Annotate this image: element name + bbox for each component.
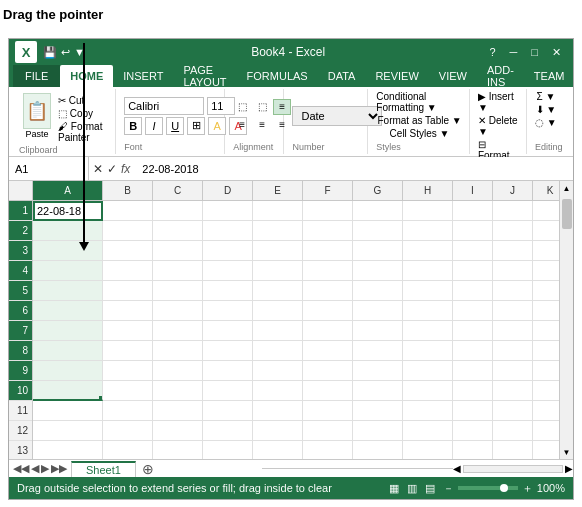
row-header-13[interactable]: 13 [9,441,32,459]
cell-reference-box[interactable]: A1 [9,157,89,180]
row-header-12[interactable]: 12 [9,421,32,441]
cell-b8[interactable] [103,341,153,361]
cell-f6[interactable] [303,301,353,321]
delete-button[interactable]: ✕ Delete ▼ [478,115,520,137]
cell-b11[interactable] [103,401,153,421]
cell-g8[interactable] [353,341,403,361]
cell-d13[interactable] [203,441,253,459]
tab-insert[interactable]: INSERT [113,65,173,87]
cell-g12[interactable] [353,421,403,441]
cell-i3[interactable] [453,241,493,261]
cell-f12[interactable] [303,421,353,441]
sheet-nav-next[interactable]: ▶ [41,462,49,475]
border-button[interactable]: ⊞ [187,117,205,135]
cell-k11[interactable] [533,401,559,421]
sheet-nav-first[interactable]: ◀◀ [13,462,29,475]
cell-c2[interactable] [153,221,203,241]
cell-i5[interactable] [453,281,493,301]
cell-i8[interactable] [453,341,493,361]
conditional-formatting-button[interactable]: Conditional Formatting ▼ [376,91,463,113]
cell-d3[interactable] [203,241,253,261]
cell-f10[interactable] [303,381,353,401]
cell-g13[interactable] [353,441,403,459]
scroll-thumb[interactable] [562,199,572,229]
formula-cancel-btn[interactable]: ✕ [93,162,103,176]
cell-f3[interactable] [303,241,353,261]
cell-styles-button[interactable]: Cell Styles ▼ [390,128,450,139]
cell-c10[interactable] [153,381,203,401]
col-header-d[interactable]: D [203,181,253,200]
cell-b6[interactable] [103,301,153,321]
cell-e7[interactable] [253,321,303,341]
cell-g4[interactable] [353,261,403,281]
col-header-g[interactable]: G [353,181,403,200]
cell-b2[interactable] [103,221,153,241]
cell-d11[interactable] [203,401,253,421]
minimize-btn[interactable]: ─ [504,44,524,61]
row-header-10[interactable]: 10 [9,381,32,401]
cell-d1[interactable] [203,201,253,221]
cell-d6[interactable] [203,301,253,321]
cell-f9[interactable] [303,361,353,381]
sign-in-link[interactable]: Sign in [574,59,582,87]
cell-c9[interactable] [153,361,203,381]
cell-k3[interactable] [533,241,559,261]
cell-e13[interactable] [253,441,303,459]
cell-c12[interactable] [153,421,203,441]
cell-h2[interactable] [403,221,453,241]
row-header-4[interactable]: 4 [9,261,32,281]
col-header-b[interactable]: B [103,181,153,200]
cell-k2[interactable] [533,221,559,241]
cell-g3[interactable] [353,241,403,261]
cell-d9[interactable] [203,361,253,381]
cell-k6[interactable] [533,301,559,321]
cell-g6[interactable] [353,301,403,321]
cell-f2[interactable] [303,221,353,241]
cell-d12[interactable] [203,421,253,441]
cell-h6[interactable] [403,301,453,321]
cell-e8[interactable] [253,341,303,361]
cell-d2[interactable] [203,221,253,241]
fill-color-button[interactable]: A [208,117,226,135]
cell-a4[interactable] [33,261,103,281]
align-left[interactable]: ≡ [233,117,251,133]
cell-b4[interactable] [103,261,153,281]
cell-j6[interactable] [493,301,533,321]
cell-g9[interactable] [353,361,403,381]
cell-k9[interactable] [533,361,559,381]
autosum-button[interactable]: Σ ▼ [536,91,555,102]
row-header-6[interactable]: 6 [9,301,32,321]
cell-b12[interactable] [103,421,153,441]
zoom-out-btn[interactable]: － [443,481,454,496]
sheet-nav-last[interactable]: ▶▶ [51,462,67,475]
formula-input[interactable]: 22-08-2018 [138,163,573,175]
scroll-up-btn[interactable]: ▲ [560,181,574,195]
paste-button[interactable]: 📋 Paste [19,91,55,141]
cell-k13[interactable] [533,441,559,459]
cell-h11[interactable] [403,401,453,421]
cell-b13[interactable] [103,441,153,459]
cell-d4[interactable] [203,261,253,281]
zoom-slider[interactable] [458,486,518,490]
insert-button[interactable]: ▶ Insert ▼ [478,91,520,113]
cell-a2[interactable] [33,221,103,241]
scroll-down-btn[interactable]: ▼ [560,445,574,459]
h-scroll-track[interactable] [463,465,563,473]
number-format-select[interactable]: Date [292,106,382,126]
h-scroll-left[interactable]: ◀ [453,463,461,474]
align-center[interactable]: ≡ [253,117,271,133]
maximize-btn[interactable]: □ [525,44,544,61]
col-header-c[interactable]: C [153,181,203,200]
cell-e4[interactable] [253,261,303,281]
cell-g5[interactable] [353,281,403,301]
cell-j1[interactable] [493,201,533,221]
cell-g2[interactable] [353,221,403,241]
cell-e1[interactable] [253,201,303,221]
cell-c5[interactable] [153,281,203,301]
cell-b1[interactable] [103,201,153,221]
cell-f7[interactable] [303,321,353,341]
cell-g1[interactable] [353,201,403,221]
cell-c13[interactable] [153,441,203,459]
row-header-1[interactable]: 1 [9,201,32,221]
cell-d10[interactable] [203,381,253,401]
